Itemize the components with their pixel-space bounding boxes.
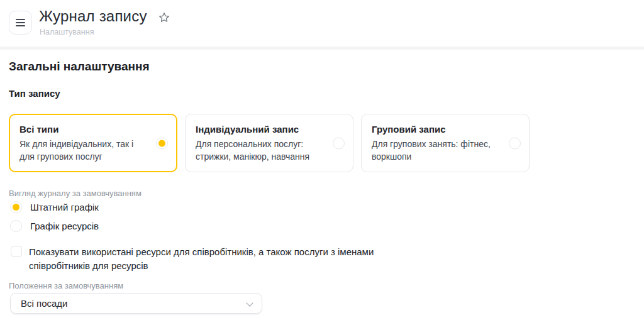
radio-label: Графік ресурсів [30, 221, 99, 231]
radio-label: Штатний графік [30, 202, 99, 212]
checkbox-label: Показувати використані ресурси для співр… [29, 245, 397, 273]
record-type-card-group[interactable]: Груповий запис Для групових занять: фітн… [361, 114, 530, 172]
select-value: Всі посади [21, 298, 67, 309]
card-title: Всі типи [19, 124, 167, 135]
card-description: Для групових занять: фітнес, воркшопи [372, 138, 499, 163]
hamburger-icon [16, 22, 25, 23]
card-title: Індивідуальний запис [196, 124, 343, 135]
default-position-select[interactable]: Всі посади [10, 293, 262, 314]
card-title: Груповий запис [372, 124, 519, 135]
header-divider [0, 47, 644, 50]
star-outline-icon[interactable] [158, 11, 170, 24]
record-type-options: Всі типи Як для індивідуальних, так і дл… [9, 114, 530, 172]
breadcrumb: Налаштування [40, 28, 94, 36]
show-resources-option[interactable]: Показувати використані ресурси для співр… [11, 245, 397, 273]
settings-page: Журнал запису Налаштування Загальні нала… [0, 0, 644, 325]
radio-unselected-icon[interactable] [333, 137, 345, 149]
page-title: Журнал запису [39, 8, 147, 25]
record-type-card-all[interactable]: Всі типи Як для індивідуальних, так і дл… [9, 114, 177, 172]
radio-selected-icon[interactable] [156, 137, 168, 149]
card-description: Для персональних послуг: стрижки, манікю… [196, 138, 323, 163]
card-description: Як для індивідуальних, так і для групови… [19, 138, 147, 163]
checkbox-unchecked-icon[interactable] [11, 246, 22, 257]
radio-selected-icon[interactable] [10, 201, 22, 213]
menu-button[interactable] [9, 11, 32, 35]
radio-option-staff-schedule[interactable]: Штатний графік [10, 201, 99, 213]
radio-option-resource-schedule[interactable]: Графік ресурсів [10, 220, 99, 232]
record-type-card-individual[interactable]: Індивідуальний запис Для персональних по… [185, 114, 353, 172]
record-type-label: Тип запису [9, 88, 60, 99]
section-heading: Загальні налаштування [9, 60, 150, 74]
default-position-label: Положення за замовчуванням [9, 281, 123, 290]
chevron-down-icon [247, 299, 253, 305]
hamburger-icon [16, 19, 25, 20]
radio-unselected-icon[interactable] [10, 220, 22, 232]
radio-unselected-icon[interactable] [509, 137, 521, 149]
hamburger-icon [16, 25, 25, 26]
journal-view-label: Вигляд журналу за замовчуванням [9, 189, 142, 198]
